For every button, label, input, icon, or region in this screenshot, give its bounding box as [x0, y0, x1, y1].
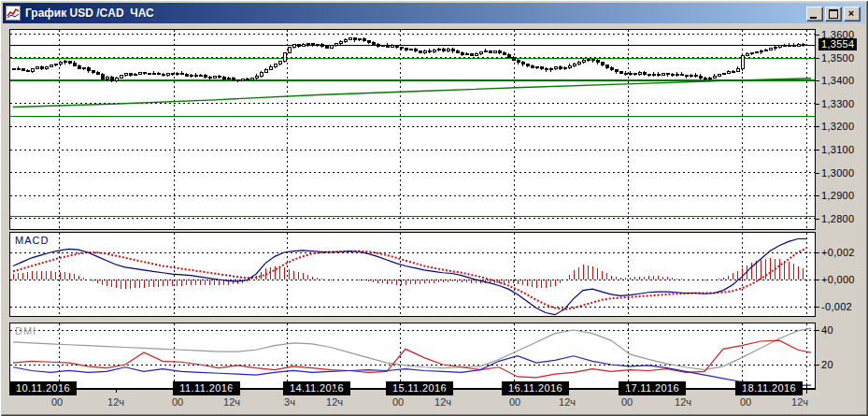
- candle-up: [115, 78, 118, 80]
- macd-axis-tick: [816, 307, 819, 308]
- candle-up: [741, 56, 744, 69]
- price-axis-tick: [816, 219, 819, 220]
- price-tick-label: 1,3600: [821, 29, 854, 40]
- close-icon: ×: [845, 7, 858, 19]
- candle-down: [619, 72, 622, 73]
- hour-tick: [515, 389, 516, 393]
- candle-up: [582, 60, 585, 62]
- close-button[interactable]: ×: [844, 7, 861, 22]
- candle-down: [517, 60, 519, 62]
- candle-down: [428, 50, 431, 51]
- candle-up: [713, 76, 716, 78]
- candle-up: [465, 53, 468, 54]
- hour-tick: [398, 389, 399, 393]
- candle-up: [64, 61, 66, 62]
- candle-up: [746, 54, 748, 56]
- macd-pane[interactable]: [9, 232, 816, 317]
- candle-up: [292, 45, 295, 48]
- candle-down: [204, 76, 206, 77]
- candle-up: [727, 72, 730, 73]
- candle-up: [769, 49, 772, 50]
- minimize-button[interactable]: [806, 7, 823, 22]
- price-tick-label: 1,2900: [821, 190, 854, 201]
- candle-down: [377, 44, 379, 46]
- candle-up: [549, 68, 552, 69]
- candle-down: [129, 74, 132, 75]
- candle-down: [101, 74, 104, 79]
- hour-label: 12ч: [326, 396, 343, 408]
- candle-down: [363, 39, 365, 41]
- candle-up: [45, 66, 48, 68]
- hour-label: 12ч: [791, 396, 808, 408]
- hour-label: 00: [392, 396, 404, 408]
- candle-up: [479, 52, 482, 54]
- candle-down: [792, 45, 795, 46]
- dmi-tick-label: 20: [821, 359, 833, 370]
- price-pane[interactable]: [9, 29, 816, 230]
- price-tick-label: 1,3100: [821, 144, 854, 155]
- candle-down: [414, 50, 417, 51]
- candle-up: [493, 51, 496, 52]
- macd-pane-canvas[interactable]: [10, 233, 815, 316]
- candle-up: [577, 62, 580, 64]
- candle-down: [647, 74, 650, 75]
- candle-up: [255, 76, 258, 78]
- candle-down: [521, 63, 524, 65]
- hour-label: 00: [172, 396, 183, 408]
- price-axis-tick: [816, 58, 819, 59]
- candle-up: [278, 62, 281, 65]
- candle-up: [381, 45, 384, 46]
- candle-up: [316, 44, 319, 45]
- price-tick-label: 1,3400: [821, 75, 854, 86]
- adx-line: [13, 328, 811, 369]
- hour-label: 12ч: [434, 396, 451, 408]
- candle-down: [802, 45, 804, 46]
- hour-tick: [57, 389, 58, 393]
- candle-up: [152, 73, 155, 74]
- dmi-pane-canvas[interactable]: [10, 323, 815, 388]
- price-tick-label: 1,3300: [821, 98, 854, 109]
- candle-up: [423, 50, 426, 52]
- candle-up: [17, 68, 20, 69]
- candle-up: [36, 67, 38, 69]
- price-pane-canvas[interactable]: [10, 30, 815, 229]
- candle-down: [320, 44, 323, 46]
- candle-down: [21, 68, 24, 70]
- candle-down: [400, 48, 403, 49]
- title-bar[interactable]: График USD /CAD ЧАС ×: [3, 3, 865, 23]
- macd-tick-label: +0,000: [821, 274, 855, 285]
- window-icon[interactable]: [6, 6, 21, 21]
- macd-tick-label: +0,002: [821, 247, 855, 258]
- hour-tick: [683, 389, 684, 393]
- candle-up: [138, 73, 141, 74]
- candle-down: [699, 76, 702, 78]
- candle-up: [391, 46, 393, 47]
- candle-up: [788, 45, 790, 46]
- hour-label: 00: [621, 396, 633, 408]
- hour-tick: [116, 389, 117, 393]
- candle-up: [563, 67, 566, 68]
- candle-down: [456, 51, 459, 53]
- candle-down: [162, 74, 164, 75]
- candle-up: [652, 74, 655, 75]
- candle-up: [260, 73, 263, 77]
- maximize-button[interactable]: [825, 7, 842, 22]
- candle-down: [489, 50, 491, 52]
- candle-down: [68, 61, 71, 63]
- candle-up: [120, 76, 122, 78]
- candle-down: [531, 66, 534, 68]
- candle-up: [176, 73, 178, 74]
- candle-up: [750, 53, 753, 54]
- candle-down: [498, 51, 501, 53]
- day-boundary-tick: [806, 383, 807, 394]
- candle-up: [54, 65, 57, 65]
- candle-down: [236, 80, 239, 81]
- hour-label: 12ч: [559, 396, 576, 408]
- candle-up: [50, 65, 52, 66]
- dmi-pane[interactable]: [9, 323, 816, 389]
- candle-down: [148, 74, 150, 75]
- candle-down: [680, 74, 683, 75]
- candle-down: [405, 49, 407, 50]
- candle-down: [73, 63, 76, 65]
- candle-up: [358, 39, 361, 40]
